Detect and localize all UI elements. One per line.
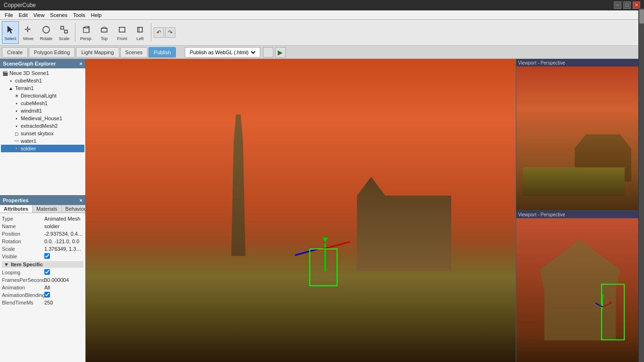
- menu-tools[interactable]: Tools: [70, 10, 88, 19]
- svg-rect-12: [119, 27, 125, 32]
- rotate-button[interactable]: Rotate: [38, 21, 55, 44]
- tab-create[interactable]: Create: [2, 47, 28, 58]
- front-button[interactable]: Front: [114, 21, 131, 44]
- mesh2-icon: ▪: [13, 100, 20, 107]
- main-area: SceneGraph Explorer × 🎬 Neue 3D Scene1 ▪…: [0, 59, 644, 362]
- top-right-viewport-content[interactable]: [516, 66, 644, 210]
- top-label: Top: [101, 36, 108, 41]
- menu-edit[interactable]: Edit: [16, 10, 31, 19]
- tree-item-water1[interactable]: 〰 water1: [1, 137, 84, 145]
- left-panels: SceneGraph Explorer × 🎬 Neue 3D Scene1 ▪…: [0, 59, 86, 362]
- tree-item-medieval-house1[interactable]: ▪ Medieval_House1: [1, 115, 84, 122]
- maximize-button[interactable]: □: [623, 1, 631, 9]
- top-right-viewport[interactable]: Viewport - Perspective ✕: [516, 59, 644, 211]
- right-viewports: Viewport - Perspective ✕ Viewport - Pers…: [516, 59, 644, 362]
- mini-vp1-ground: [523, 167, 625, 196]
- tab-light-mapping[interactable]: Light Mapping: [76, 47, 119, 58]
- tree-item-cubemesh-t[interactable]: ▪ cubeMesh1: [1, 99, 84, 107]
- menu-view[interactable]: View: [31, 10, 48, 19]
- prop-animation-value: All: [44, 285, 83, 290]
- scene-graph-panel: SceneGraph Explorer × 🎬 Neue 3D Scene1 ▪…: [0, 59, 85, 196]
- svg-line-19: [595, 303, 603, 307]
- tree-item-directionallight[interactable]: ☀ DirectionalLight: [1, 92, 84, 99]
- svg-rect-6: [83, 28, 89, 33]
- prop-position: Position -2.937534, 0.444637, -: [2, 230, 83, 238]
- tree-item-windmill1[interactable]: ▪ windmill1: [1, 107, 84, 115]
- scene-icon: 🎬: [2, 70, 8, 76]
- properties-close[interactable]: ×: [80, 197, 83, 203]
- prop-animation: Animation All: [2, 284, 83, 291]
- prop-position-value: -2.937534, 0.444637, -: [44, 231, 83, 237]
- looping-checkbox[interactable]: [44, 269, 50, 275]
- settings-button[interactable]: ⚙: [263, 47, 273, 58]
- soldier-icon: 🚶: [13, 145, 20, 152]
- tab-scenes[interactable]: Scenes: [120, 47, 148, 58]
- menu-help[interactable]: Help: [88, 10, 105, 19]
- move-label: Move: [23, 36, 33, 41]
- redo-button[interactable]: ↷: [165, 27, 175, 38]
- minimize-button[interactable]: ─: [614, 1, 621, 9]
- tree-label: sunset skybox: [21, 131, 54, 136]
- svg-rect-3: [61, 26, 64, 29]
- scale-button[interactable]: Scale: [56, 21, 73, 44]
- scene-graph-close[interactable]: ×: [80, 61, 83, 66]
- prop-name-label: Name: [2, 223, 44, 229]
- menu-scenes[interactable]: Scenes: [47, 10, 70, 19]
- prop-blendtime-value: 250: [44, 300, 83, 305]
- prop-looping-value: [44, 269, 83, 276]
- prop-name-value: soldier: [44, 223, 83, 229]
- tab-publish[interactable]: Publish: [149, 47, 176, 58]
- prop-type-label: Type: [2, 216, 44, 222]
- tree-label: cubeMesh1: [21, 100, 48, 106]
- prop-looping: Looping: [2, 269, 83, 276]
- select-button[interactable]: Select: [2, 21, 19, 44]
- gizmo-y-arrow: [322, 238, 328, 242]
- prop-fps-label: FramesPerSecond: [2, 277, 44, 283]
- main-viewport[interactable]: [86, 59, 516, 362]
- left-view-button[interactable]: Left: [132, 21, 149, 44]
- close-button[interactable]: ✕: [633, 1, 640, 9]
- prop-blendtime: BlendTimeMs 250: [2, 299, 83, 306]
- tab-attributes[interactable]: Attributes: [0, 205, 33, 213]
- prop-visible-value: [44, 253, 83, 260]
- front-label: Front: [117, 36, 127, 41]
- undo-redo-group: ↶ ↷: [154, 27, 175, 38]
- windmill-icon: ▪: [13, 107, 20, 114]
- prop-scale-value: 1.376349, 1.376349, 1.: [44, 246, 83, 252]
- persp-button[interactable]: Persp.: [78, 21, 95, 44]
- scale-icon: [58, 24, 70, 35]
- tab-materials[interactable]: Materials: [33, 205, 62, 213]
- undo-button[interactable]: ↶: [154, 27, 164, 38]
- toolbar: Select ✛ Move Rotate Scale Persp. Top: [0, 20, 644, 46]
- mesh-icon: ▪: [8, 77, 14, 84]
- tree-item-extractedmesh2[interactable]: ▪ extractedMesh2: [1, 122, 84, 130]
- bottom-right-viewport[interactable]: Viewport - Perspective ✕: [516, 211, 644, 362]
- tree-item-soldier[interactable]: 🚶 soldier: [1, 145, 84, 152]
- skybox-icon: ◻: [13, 130, 20, 137]
- top-button[interactable]: Top: [96, 21, 113, 44]
- bottom-right-viewport-content[interactable]: [516, 218, 644, 362]
- publish-dropdown[interactable]: Publish as WebGL (.html) Publish as Wind…: [185, 47, 260, 58]
- tree-item-sunset-skybox[interactable]: ◻ sunset skybox: [1, 130, 84, 137]
- top-right-viewport-header: Viewport - Perspective ✕: [516, 59, 644, 66]
- prop-looping-label: Looping: [2, 270, 44, 275]
- rotate-icon: [41, 24, 52, 35]
- tree-label: Medieval_House1: [21, 115, 62, 121]
- tree-item-neue-3d-scene[interactable]: 🎬 Neue 3D Scene1: [1, 69, 84, 77]
- move-button[interactable]: ✛ Move: [20, 21, 37, 44]
- house-icon: ▪: [13, 115, 20, 122]
- water-icon: 〰: [13, 138, 20, 144]
- prop-fps-value: 30.000004: [44, 277, 83, 283]
- window-controls: ─ □ ✕: [614, 1, 640, 9]
- tree-item-terrain1[interactable]: ▲ Terrain1: [1, 84, 84, 92]
- scale-label: Scale: [59, 36, 70, 41]
- animblending-checkbox[interactable]: [44, 292, 50, 297]
- publish-select[interactable]: Publish as WebGL (.html) Publish as Wind…: [188, 49, 257, 56]
- tree-item-cubemesh1[interactable]: ▪ cubeMesh1: [1, 77, 84, 84]
- run-button[interactable]: ▶: [275, 47, 286, 58]
- persp-icon: [81, 24, 92, 35]
- menu-file[interactable]: File: [2, 10, 16, 19]
- tab-polygon-editing[interactable]: Polygon Editing: [29, 47, 75, 58]
- prop-scale-label: Scale: [2, 246, 44, 252]
- visible-checkbox[interactable]: [44, 253, 50, 259]
